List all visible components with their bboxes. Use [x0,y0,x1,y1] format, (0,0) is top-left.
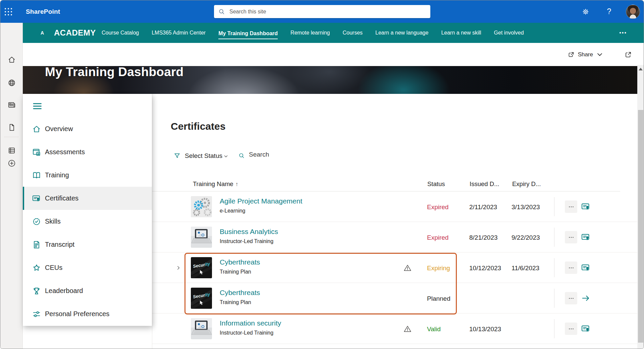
expand-row-chevron[interactable] [176,265,181,271]
training-name-block: Information securityInstructor-Led Train… [220,319,281,336]
more-actions-button[interactable] [565,200,577,213]
training-icon [32,171,41,180]
table-row: SecurityCyberthreatsTraining PlanExpirin… [152,252,638,283]
issued-date: 8/21/2023 [469,234,498,241]
training-link[interactable]: Cyberthreats [220,289,260,297]
go-to-training-button[interactable] [581,293,591,303]
sidebar-item-ceus[interactable]: CEUs [23,256,152,279]
row-divider [554,319,554,338]
scrollbar-up-arrow[interactable] [639,68,643,70]
app-title[interactable]: SharePoint [26,8,60,15]
more-actions-button[interactable] [565,323,577,335]
training-link[interactable]: Agile Project Management [220,197,302,205]
sidebar-item-label: Leaderboard [45,287,83,295]
section-title: Certificates [171,121,225,132]
status-label: Planned [427,295,450,302]
site-title[interactable]: ACADEMY [54,28,96,38]
view-certificate-button[interactable] [581,324,591,334]
sidebar-item-label: Personal Preferences [45,310,109,318]
sidebar-item-assessments[interactable]: Assessments [23,140,152,164]
sort-ascending-icon: ↑ [235,181,238,187]
command-bar: Share [23,43,637,66]
filter-row: Select Status [152,150,637,162]
more-icon [568,265,575,271]
menu-toggle-button[interactable] [32,101,42,111]
nav-overflow-button[interactable]: ••• [619,30,627,36]
document-icon [7,123,16,132]
view-certificate-button[interactable] [581,232,591,242]
search-input[interactable] [229,9,426,15]
rail-news-button[interactable] [0,97,23,113]
nav-item-lms365-admin-center[interactable]: LMS365 Admin Center [152,28,206,37]
scrollbar-thumb[interactable] [638,110,643,343]
more-actions-button[interactable] [565,292,577,304]
issued-date: 10/12/2023 [469,265,501,272]
training-link[interactable]: Information security [220,319,281,327]
assessments-icon [32,148,41,157]
training-name-block: CyberthreatsTraining Plan [220,289,260,305]
sharepoint-window: SharePoint ? A ACADEMY Course CatalogLMS… [0,0,644,349]
share-button[interactable]: Share [568,51,603,58]
globe-icon [7,78,16,87]
training-type-label: Training Plan [220,269,260,275]
status-filter-dropdown[interactable]: Select Status [185,152,222,160]
table-body: Agile Project Managemente-LearningExpire… [152,191,638,344]
app-launcher-button[interactable] [0,0,16,23]
nav-item-course-catalog[interactable]: Course Catalog [102,28,139,37]
more-actions-button[interactable] [565,261,577,274]
rail-globe-button[interactable] [0,75,23,91]
table-row: Information securityInstructor-Led Train… [152,313,638,344]
training-link[interactable]: Business Analytics [220,228,278,236]
view-certificate-button[interactable] [581,202,591,212]
nav-item-learn-a-new-language[interactable]: Learn a new language [375,28,428,37]
sidebar-item-transcript[interactable]: Transcript [23,233,152,256]
column-header-issued-date[interactable]: Issued D... [470,180,499,188]
sidebar-item-personal-preferences[interactable]: Personal Preferences [23,302,152,326]
rail-document-button[interactable] [0,119,23,135]
vertical-scrollbar[interactable] [637,65,644,349]
table-search-input[interactable] [249,151,299,158]
chevron-down-icon[interactable] [223,154,228,159]
issued-date: 2/11/2023 [469,203,497,211]
sidebar-item-training[interactable]: Training [23,164,152,187]
view-certificate-button[interactable] [581,263,591,273]
account-avatar[interactable] [626,5,640,19]
more-icon [568,326,575,332]
training-link[interactable]: Cyberthreats [220,258,260,266]
nav-item-learn-a-new-skill[interactable]: Learn a new skill [441,28,481,37]
column-header-expiry-date[interactable]: Expiry D... [512,180,541,188]
nav-item-courses[interactable]: Courses [342,28,363,37]
column-header-status[interactable]: Status [427,180,445,188]
warning-icon [403,325,412,333]
site-logo[interactable]: A [41,30,44,36]
training-thumbnail [191,227,212,248]
sidebar-item-overview[interactable]: Overview [23,117,152,140]
more-actions-button[interactable] [565,231,577,243]
table-header: Training Name↑ Status Issued D... Expiry… [152,177,620,191]
help-button[interactable]: ? [602,5,616,18]
nav-item-get-involved[interactable]: Get involved [494,28,524,37]
sidebar-item-leaderboard[interactable]: Leaderboard [23,279,152,302]
sidebar-item-label: CEUs [45,264,62,272]
settings-button[interactable] [579,5,592,18]
sidebar-item-certificates[interactable]: Certificates [23,187,152,210]
column-header-training-name[interactable]: Training Name↑ [193,180,238,188]
site-search-box[interactable] [214,5,430,18]
sidebar-item-label: Skills [45,218,61,225]
nav-item-my-training-dashboard[interactable]: My Training Dashboard [218,29,278,39]
expiry-date: 3/13/2023 [512,203,540,211]
status-label: Expiring [427,265,450,272]
rail-add-button[interactable] [0,155,23,171]
certificate-icon [581,232,591,242]
sidebar-item-skills[interactable]: Skills [23,210,152,233]
home-icon [32,124,41,134]
table-row: Business AnalyticsInstructor-Led Trainin… [152,222,638,252]
rail-home-button[interactable] [0,52,23,68]
home-icon [7,55,16,64]
sidebar-item-label: Assessments [45,148,85,156]
certificate-icon [581,324,591,334]
nav-item-remote-learning[interactable]: Remote learning [290,28,330,37]
sidebar-item-label: Certificates [45,194,78,202]
status-label: Expired [427,234,448,241]
expand-button[interactable] [624,51,632,59]
